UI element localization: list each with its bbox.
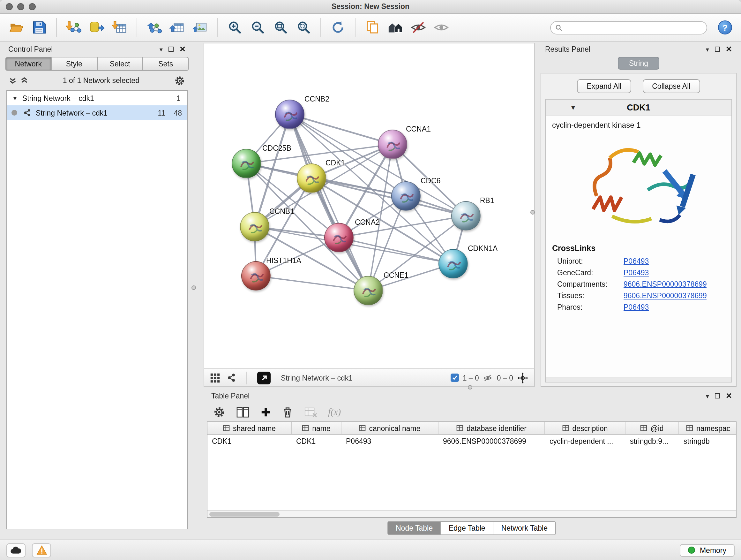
- scrollbar-thumb[interactable]: [209, 512, 280, 516]
- maximize-panel-icon[interactable]: [169, 47, 174, 52]
- crosslink-value-link[interactable]: 9606.ENSP00000378699: [623, 292, 707, 300]
- splitter-handle[interactable]: [530, 210, 535, 214]
- network-row-selected[interactable]: String Network – cdk1 11 48: [7, 105, 187, 120]
- network-node-RB1[interactable]: [451, 201, 481, 231]
- splitter-handle[interactable]: [192, 286, 196, 290]
- zoom-out-button[interactable]: [248, 17, 267, 38]
- column-header--id[interactable]: @id: [625, 422, 679, 434]
- tab-network-table[interactable]: Network Table: [494, 521, 556, 535]
- crosslink-value-link[interactable]: P06493: [623, 269, 649, 276]
- network-node-HIST1H1A[interactable]: [241, 261, 271, 291]
- tab-style[interactable]: Style: [52, 57, 98, 71]
- crosslink-value-link[interactable]: 9606.ENSP00000378699: [623, 280, 707, 288]
- birdseye-view-button[interactable]: [257, 371, 271, 384]
- show-all-button[interactable]: [431, 17, 451, 38]
- table-cell[interactable]: P06493: [341, 435, 439, 448]
- gene-card-header[interactable]: ▼ CDK1: [546, 100, 731, 116]
- tree-expand-icon[interactable]: ▼: [12, 95, 18, 101]
- copy-button[interactable]: [362, 17, 382, 38]
- table-cell[interactable]: CDK1: [292, 435, 341, 448]
- first-neighbors-button[interactable]: [386, 17, 405, 38]
- close-panel-icon[interactable]: ✕: [726, 45, 732, 54]
- crosslink-value-link[interactable]: P06493: [623, 303, 649, 311]
- tab-edge-table[interactable]: Edge Table: [441, 521, 494, 535]
- tab-select[interactable]: Select: [97, 57, 143, 71]
- delete-column-trash-icon[interactable]: [282, 406, 293, 418]
- tab-node-table[interactable]: Node Table: [387, 521, 441, 535]
- network-edge[interactable]: [290, 114, 393, 144]
- network-share-icon[interactable]: [226, 373, 236, 382]
- memory-button[interactable]: Memory: [680, 544, 735, 557]
- float-panel-icon[interactable]: ▾: [706, 392, 709, 399]
- table-cell[interactable]: stringdb: [679, 435, 736, 448]
- expand-all-icon[interactable]: [20, 77, 28, 84]
- export-image-button[interactable]: [190, 17, 210, 38]
- table-cell[interactable]: stringdb:9...: [625, 435, 679, 448]
- crosslink-value-link[interactable]: P06493: [623, 257, 649, 265]
- network-node-CDK1[interactable]: [297, 164, 326, 193]
- column-header-description[interactable]: description: [545, 422, 625, 434]
- hidden-eye-slash-icon[interactable]: [483, 373, 493, 382]
- grid-mode-icon[interactable]: [210, 373, 220, 383]
- save-session-button[interactable]: [29, 17, 49, 38]
- network-node-CDC25B[interactable]: [232, 149, 261, 178]
- open-session-button[interactable]: [6, 17, 26, 38]
- network-edge[interactable]: [339, 238, 453, 264]
- close-panel-icon[interactable]: ✕: [726, 391, 732, 400]
- maximize-panel-icon[interactable]: [715, 47, 720, 52]
- network-edge[interactable]: [290, 114, 368, 291]
- table-cell[interactable]: cyclin-dependent ...: [545, 435, 625, 448]
- close-panel-icon[interactable]: ✕: [179, 45, 186, 54]
- float-panel-icon[interactable]: ▾: [706, 46, 709, 53]
- add-column-plus-icon[interactable]: [260, 407, 271, 417]
- pan-crosshair-icon[interactable]: [517, 372, 529, 383]
- import-table-button[interactable]: [110, 17, 130, 38]
- network-node-CCNB2[interactable]: [275, 100, 305, 129]
- results-scrollbar[interactable]: [546, 377, 731, 382]
- section-expand-icon[interactable]: ▼: [570, 104, 576, 111]
- search-input[interactable]: [550, 21, 707, 34]
- network-edge[interactable]: [256, 276, 368, 291]
- zoom-in-button[interactable]: [225, 17, 245, 38]
- hide-selected-button[interactable]: [408, 17, 428, 38]
- table-row[interactable]: CDK1CDK1P064939606.ENSP00000378699cyclin…: [207, 435, 736, 448]
- network-node-CDKN1A[interactable]: [439, 249, 468, 278]
- collapse-all-icon[interactable]: [9, 77, 17, 84]
- show-columns-icon[interactable]: [236, 406, 250, 418]
- maximize-panel-icon[interactable]: [715, 393, 720, 398]
- network-node-CDC6[interactable]: [391, 181, 421, 211]
- zoom-fit-button[interactable]: [271, 17, 290, 38]
- export-network-button[interactable]: [144, 17, 164, 38]
- column-header-namespac[interactable]: namespac: [679, 422, 736, 434]
- tab-sets[interactable]: Sets: [143, 57, 189, 71]
- splitter-handle[interactable]: [468, 385, 472, 389]
- network-node-CCNB1[interactable]: [240, 212, 269, 241]
- expand-all-button[interactable]: Expand All: [577, 79, 631, 93]
- zoom-selected-button[interactable]: [293, 17, 313, 38]
- window-close-button[interactable]: [6, 3, 13, 10]
- export-table-button[interactable]: [167, 17, 187, 38]
- tab-network[interactable]: Network: [5, 57, 52, 71]
- cloud-status-button[interactable]: [6, 543, 25, 557]
- network-node-CCNA1[interactable]: [378, 130, 407, 159]
- network-collection-row[interactable]: ▼ String Network – cdk1 1: [7, 91, 187, 105]
- table-settings-gear-icon[interactable]: [213, 406, 225, 418]
- tab-string[interactable]: String: [618, 57, 659, 70]
- collapse-all-button[interactable]: Collapse All: [643, 79, 700, 93]
- column-header-canonical-name[interactable]: canonical name: [341, 422, 439, 434]
- column-header-name[interactable]: name: [292, 422, 341, 434]
- network-canvas[interactable]: CCNB2CCNA1CDC25BCDK1CDC6RB1CCNB1CCNA2CDK…: [204, 43, 535, 369]
- import-network-database-button[interactable]: [87, 17, 107, 38]
- help-button[interactable]: ?: [718, 20, 732, 35]
- column-header-database-identifier[interactable]: database identifier: [439, 422, 545, 434]
- import-network-file-button[interactable]: [64, 17, 84, 38]
- function-builder-button[interactable]: f(x): [328, 407, 341, 417]
- float-panel-icon[interactable]: ▾: [159, 46, 163, 53]
- selected-checkbox-icon[interactable]: [451, 374, 459, 382]
- apply-layout-button[interactable]: [328, 17, 348, 38]
- column-header-shared-name[interactable]: shared name: [207, 422, 292, 434]
- table-cell[interactable]: CDK1: [207, 435, 292, 448]
- network-node-CCNE1[interactable]: [354, 276, 383, 305]
- table-horizontal-scrollbar[interactable]: [207, 510, 736, 517]
- window-minimize-button[interactable]: [17, 3, 24, 10]
